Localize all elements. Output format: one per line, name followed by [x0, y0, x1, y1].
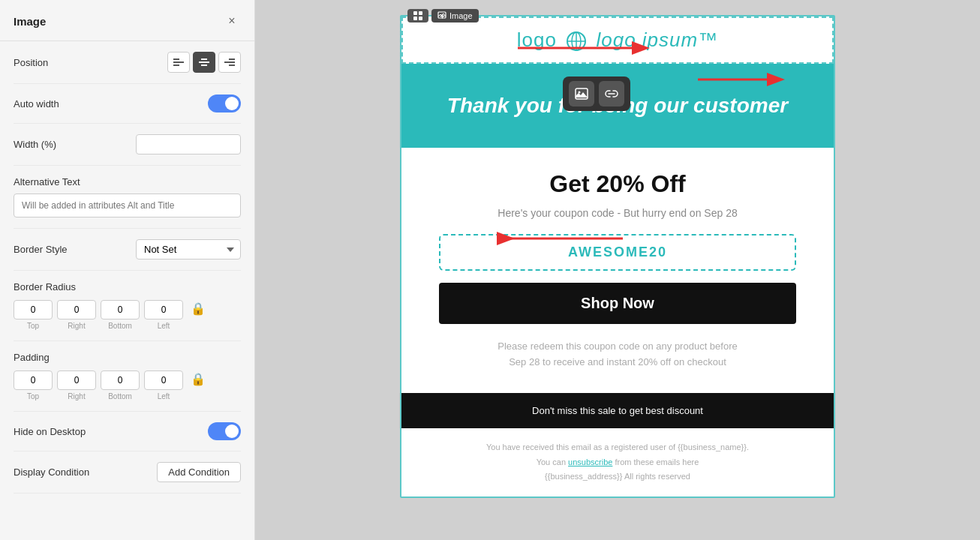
- border-radius-lock-button[interactable]: 🔒: [188, 302, 209, 316]
- image-popup-toolbar: [563, 76, 630, 111]
- email-subtitle: Here's your coupon code - But hurry end …: [439, 207, 796, 219]
- svg-rect-17: [413, 16, 417, 20]
- panel-title: Image: [14, 15, 46, 28]
- border-style-row: Border Style Not Set Solid Dashed Dotted…: [14, 229, 241, 271]
- panel-header: Image ×: [0, 0, 254, 41]
- border-radius-top-group: Top: [14, 300, 53, 330]
- canvas-toolbar: Image: [407, 9, 479, 22]
- display-condition-label: Display Condition: [14, 466, 89, 478]
- footer-line3: from these emails here: [615, 458, 699, 466]
- move-icon: [437, 11, 446, 20]
- padding-right-label: Right: [68, 392, 85, 400]
- footer-line1: You have received this email as a regist…: [416, 440, 819, 455]
- left-panel: Image × Position Auto width: [0, 0, 255, 540]
- svg-rect-18: [419, 16, 422, 20]
- padding-top-label: Top: [27, 392, 39, 400]
- padding-bottom[interactable]: [101, 370, 140, 390]
- toolbar-grid-badge: [407, 9, 428, 22]
- border-radius-top-label: Top: [27, 322, 39, 330]
- position-left-button[interactable]: [167, 52, 190, 73]
- footer-bar-text: Don't miss this sale to get best discoun…: [532, 405, 703, 416]
- border-radius-inputs: Top Right Bottom Left 🔒: [14, 300, 241, 330]
- width-row: Width (%) 50: [14, 124, 241, 166]
- border-style-select[interactable]: Not Set Solid Dashed Dotted Double: [136, 239, 241, 260]
- svg-rect-16: [419, 11, 422, 15]
- border-radius-left-group: Left: [144, 300, 183, 330]
- footer-address: {{business_address}} All rights reserved: [416, 470, 819, 484]
- email-footer-bar: Don't miss this sale to get best discoun…: [401, 393, 834, 428]
- popup-image-button[interactable]: [569, 81, 594, 106]
- padding-left[interactable]: [144, 370, 183, 390]
- close-button[interactable]: ×: [223, 12, 241, 30]
- padding-label: Padding: [14, 352, 241, 363]
- svg-rect-0: [173, 58, 179, 60]
- footer-line2: You can: [537, 458, 566, 466]
- auto-width-toggle[interactable]: [208, 94, 241, 112]
- width-label: Width (%): [14, 139, 56, 150]
- border-radius-bottom[interactable]: [101, 300, 140, 320]
- redeem-text-line2: Sep 28 to receive and instant 20% off on…: [509, 356, 726, 368]
- border-radius-right-label: Right: [68, 322, 85, 330]
- link-icon: [605, 87, 618, 100]
- border-style-label: Border Style: [14, 244, 68, 255]
- alt-text-input[interactable]: [14, 194, 241, 218]
- hide-on-desktop-row: Hide on Desktop: [14, 412, 241, 452]
- auto-width-row: Auto width: [14, 84, 241, 124]
- padding-bottom-label: Bottom: [108, 392, 132, 400]
- padding-top-group: Top: [14, 370, 53, 400]
- padding-bottom-group: Bottom: [101, 370, 140, 400]
- position-right-button[interactable]: [218, 52, 241, 73]
- padding-right[interactable]: [57, 370, 96, 390]
- svg-rect-7: [224, 62, 235, 63]
- grid-icon: [413, 11, 422, 20]
- border-radius-bottom-group: Bottom: [101, 300, 140, 330]
- padding-right-group: Right: [57, 370, 96, 400]
- alt-text-section: Alternative Text: [14, 166, 241, 229]
- border-radius-left-label: Left: [158, 322, 170, 330]
- popup-link-button[interactable]: [599, 81, 624, 106]
- email-body: Get 20% Off Here's your coupon code - Bu…: [401, 148, 834, 393]
- hide-on-desktop-label: Hide on Desktop: [14, 426, 86, 437]
- padding-lock-button[interactable]: 🔒: [188, 372, 209, 386]
- arrow-right: [518, 33, 668, 70]
- padding-section: Padding Top Right Bottom Left: [14, 341, 241, 412]
- border-radius-bottom-label: Bottom: [108, 322, 132, 330]
- footer-unsubscribe-link[interactable]: unsubscribe: [568, 458, 612, 466]
- shop-now-button[interactable]: Shop Now: [439, 283, 796, 324]
- hide-on-desktop-toggle[interactable]: [208, 422, 241, 440]
- svg-rect-5: [201, 64, 207, 66]
- position-center-button[interactable]: [193, 52, 215, 73]
- border-radius-right[interactable]: [57, 300, 96, 320]
- image-badge-label: Image: [449, 11, 473, 20]
- padding-top[interactable]: [14, 370, 53, 390]
- border-radius-section: Border Radius Top Right Bottom Left: [14, 271, 241, 341]
- arrow-left: [503, 225, 623, 255]
- panel-body: Position Auto width Wid: [0, 41, 254, 540]
- email-discount-title: Get 20% Off: [439, 170, 796, 198]
- svg-rect-4: [199, 62, 209, 63]
- border-radius-top[interactable]: [14, 300, 53, 320]
- toolbar-image-badge: Image: [431, 9, 479, 22]
- svg-rect-6: [229, 58, 235, 60]
- position-label: Position: [14, 57, 48, 68]
- footer-line2-wrap: You can unsubscribe from these emails he…: [416, 455, 819, 470]
- display-condition-row: Display Condition Add Condition: [14, 452, 241, 494]
- svg-rect-3: [201, 58, 207, 60]
- right-area: Image logo logo ipsum™: [255, 0, 980, 540]
- svg-rect-15: [413, 11, 417, 15]
- add-condition-button[interactable]: Add Condition: [157, 462, 241, 482]
- position-row: Position: [14, 41, 241, 84]
- padding-left-group: Left: [144, 370, 183, 400]
- svg-rect-1: [173, 62, 184, 63]
- position-buttons: [167, 52, 241, 73]
- hide-desktop-toggle-slider: [208, 422, 241, 440]
- auto-width-label: Auto width: [14, 98, 59, 110]
- toggle-slider: [208, 94, 241, 112]
- border-radius-left[interactable]: [144, 300, 183, 320]
- padding-inputs: Top Right Bottom Left 🔒: [14, 370, 241, 400]
- redeem-text-line1: Please redeem this coupon code on any pr…: [498, 340, 737, 352]
- arrow-right-inner: [698, 64, 795, 94]
- width-input[interactable]: 50: [136, 134, 241, 154]
- svg-rect-8: [229, 64, 235, 66]
- email-footer-meta: You have received this email as a regist…: [401, 428, 834, 496]
